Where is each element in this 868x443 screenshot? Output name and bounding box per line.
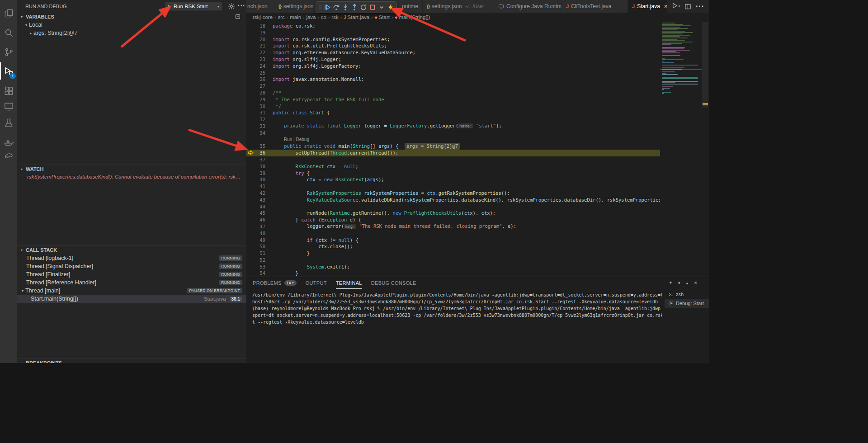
restart-icon[interactable] bbox=[359, 2, 368, 12]
breadcrumb-item[interactable]: src bbox=[278, 14, 284, 20]
call-stack-thread[interactable]: ▾Thread [main]PAUSED ON BREAKPOINT bbox=[17, 287, 246, 295]
breadcrumb-item[interactable]: rskj-core bbox=[253, 14, 273, 20]
panel-tab-label: OUTPUT bbox=[306, 280, 327, 286]
breadcrumb-item[interactable]: ◆main(String[]) bbox=[395, 14, 430, 20]
code-line: 50 ctx.close(); bbox=[246, 243, 660, 250]
sidebar-more-actions-icon[interactable]: ··· bbox=[238, 2, 245, 9]
start-debugging-icon[interactable]: ▶ bbox=[168, 5, 171, 9]
code-text: } bbox=[273, 250, 310, 257]
code-text: try { bbox=[273, 170, 310, 177]
tab-start-java[interactable]: JStart.java× bbox=[628, 0, 671, 13]
minimap-line bbox=[662, 89, 664, 90]
tab-label: untime bbox=[402, 3, 418, 9]
panel-tab-debug-console[interactable]: DEBUG CONSOLE bbox=[371, 277, 416, 289]
tab-settings-json[interactable]: {}settings.json bbox=[274, 0, 320, 13]
run-and-debug-icon[interactable]: 1 bbox=[0, 62, 17, 80]
run-config-dropdown[interactable]: ▶ Run RSK Start ▾ bbox=[165, 2, 222, 11]
minimap-line bbox=[662, 62, 674, 63]
panel-tab-output[interactable]: OUTPUT bbox=[306, 277, 327, 289]
line-number: 24 bbox=[246, 63, 273, 70]
step-out-icon[interactable] bbox=[350, 2, 359, 12]
breadcrumb-item[interactable]: ◆Start bbox=[375, 14, 390, 20]
java-file-icon: J bbox=[344, 15, 346, 20]
code-text: RskContext ctx = null; bbox=[273, 163, 359, 170]
chevron-down-icon[interactable]: ▾ bbox=[678, 281, 680, 285]
breadcrumb-item[interactable]: co bbox=[321, 14, 326, 20]
maximize-panel-icon[interactable]: ▴ bbox=[686, 281, 688, 285]
minimap-line bbox=[662, 78, 698, 79]
call-stack-header[interactable]: ▾ CALL STACK bbox=[17, 246, 246, 254]
gear-icon bbox=[668, 301, 674, 306]
testing-icon[interactable] bbox=[0, 114, 17, 131]
call-stack-frame[interactable]: Start.main(String[])Start.java36:1 bbox=[17, 295, 246, 303]
editor-actions: ▾ ··· bbox=[667, 0, 709, 13]
variables-scope-local[interactable]: ▾ Local bbox=[17, 21, 246, 29]
scrollbar[interactable] bbox=[702, 22, 709, 277]
code-text: package co.rsk; bbox=[273, 23, 316, 29]
stop-icon[interactable] bbox=[368, 2, 377, 12]
code-text: public class Start { bbox=[273, 109, 330, 116]
breakpoints-header[interactable]: ▸ BREAKPOINTS bbox=[17, 359, 246, 363]
split-editor-icon[interactable] bbox=[684, 3, 691, 10]
minimap[interactable] bbox=[660, 22, 702, 277]
line-number: 20 bbox=[246, 36, 273, 43]
toolbar-drag-handle[interactable] bbox=[317, 2, 323, 12]
gradle-icon[interactable] bbox=[0, 148, 17, 165]
panel-actions: + ▾ ▴ × bbox=[669, 277, 697, 289]
editor-more-actions-icon[interactable]: ··· bbox=[696, 2, 704, 10]
chevron-down-icon: ▾ bbox=[217, 5, 219, 9]
watch-section: ▾ WATCH rskSystemProperties.databaseKind… bbox=[17, 165, 246, 245]
tab-clitoolstest-java[interactable]: JCliToolsTest.java bbox=[562, 0, 628, 13]
tab-nch-json[interactable]: nch.json bbox=[246, 0, 274, 13]
launch-settings-gear-icon[interactable] bbox=[228, 3, 235, 10]
continue-icon[interactable] bbox=[323, 2, 332, 12]
close-panel-icon[interactable]: × bbox=[694, 280, 697, 286]
panel-tab-terminal[interactable]: TERMINAL bbox=[336, 277, 362, 289]
java-file-icon: J bbox=[566, 4, 569, 9]
terminal-list-item-zsh[interactable]: zsh bbox=[665, 290, 709, 299]
call-stack-thread[interactable]: Thread [Finalizer]RUNNING bbox=[17, 270, 246, 278]
source-control-icon[interactable] bbox=[0, 43, 17, 61]
explorer-icon[interactable] bbox=[0, 5, 17, 22]
chevron-down-icon[interactable] bbox=[377, 2, 386, 12]
code-editor[interactable]: 18package co.rsk;1920import co.rsk.confi… bbox=[246, 22, 709, 277]
minimap-line bbox=[662, 33, 683, 34]
terminal-list-item-debug-start[interactable]: Debug: Start bbox=[665, 299, 709, 308]
variable-args[interactable]: ▸ args : String[2]@7 bbox=[17, 29, 246, 37]
tab-configure-java-runtime[interactable]: Configure Java Runtime bbox=[494, 0, 562, 13]
call-stack-thread[interactable]: Thread [Reference Handler]RUNNING bbox=[17, 278, 246, 287]
run-file-button[interactable]: ▾ bbox=[671, 2, 680, 11]
code-text: runNode(Runtime.getRuntime(), new Prefli… bbox=[273, 210, 495, 217]
breadcrumb-separator: › bbox=[340, 15, 342, 20]
code-line: 36 setUpThread(Thread.currentThread()); bbox=[246, 150, 660, 156]
variables-header[interactable]: ▾ VARIABLES bbox=[17, 13, 246, 21]
debug-count-badge: 1 bbox=[9, 73, 16, 79]
scrollbar-slider[interactable] bbox=[702, 22, 708, 108]
extensions-icon[interactable] bbox=[0, 82, 17, 99]
breadcrumb-item[interactable]: rsk bbox=[331, 14, 338, 20]
activity-bar: 1 bbox=[0, 0, 17, 363]
breadcrumb-item[interactable]: main bbox=[290, 14, 301, 20]
codelens-run-debug[interactable]: Run | Debug bbox=[246, 137, 660, 143]
code-text: public static void main(String[] args) { bbox=[273, 143, 398, 150]
panel-tab-problems[interactable]: PROBLEMS1K+ bbox=[253, 277, 297, 289]
line-number: 54 bbox=[246, 270, 273, 277]
hot-code-replace-icon[interactable] bbox=[386, 2, 395, 12]
vscode-window: 1 RUN AND DEBUG ▶ Run RSK Start ▾ ··· ▾ … bbox=[0, 0, 709, 363]
step-into-icon[interactable] bbox=[341, 2, 350, 12]
new-terminal-icon[interactable]: + bbox=[669, 280, 672, 286]
call-stack-thread[interactable]: Thread [Signal Dispatcher]RUNNING bbox=[17, 262, 246, 270]
breadcrumb-item[interactable]: java bbox=[306, 14, 316, 20]
step-over-icon[interactable] bbox=[332, 2, 341, 12]
collapse-all-icon[interactable] bbox=[235, 14, 241, 20]
call-stack-header-label: CALL STACK bbox=[26, 247, 57, 253]
method-symbol-icon: ◆ bbox=[395, 15, 397, 19]
chevron-down-icon: ▾ bbox=[19, 167, 24, 171]
call-stack-thread[interactable]: Thread [logback-1]RUNNING bbox=[17, 254, 246, 262]
remote-explorer-icon[interactable] bbox=[0, 98, 17, 115]
tab-settings-json[interactable]: {}settings.json~/.../User bbox=[423, 0, 494, 13]
search-icon[interactable] bbox=[0, 24, 17, 41]
watch-expression[interactable]: rskSystemProperties.databaseKind(): Cann… bbox=[17, 174, 246, 179]
watch-header[interactable]: ▾ WATCH bbox=[17, 165, 246, 173]
breadcrumb-item[interactable]: JStart.java bbox=[344, 14, 369, 20]
